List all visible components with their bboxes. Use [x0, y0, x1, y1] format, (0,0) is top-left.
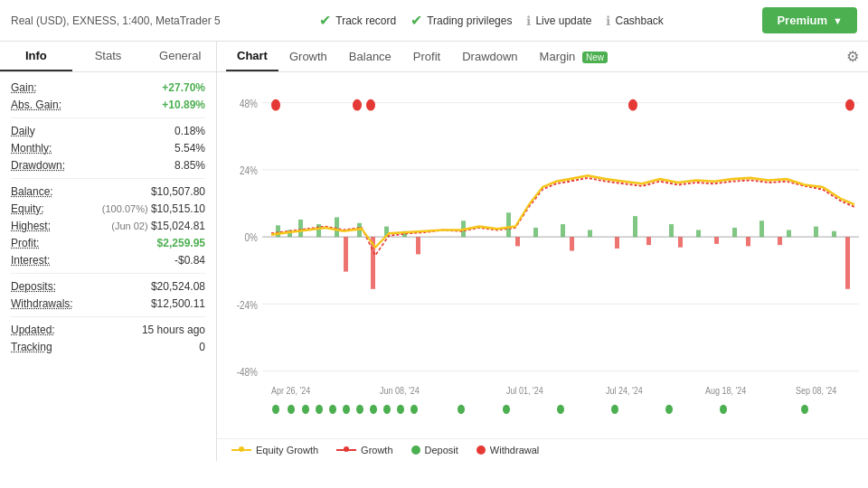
svg-rect-36	[832, 231, 836, 237]
badge-live-update-label: Live update	[535, 14, 591, 27]
tab-growth[interactable]: Growth	[278, 42, 338, 70]
tab-general[interactable]: General	[144, 42, 216, 71]
tab-margin[interactable]: Margin New	[529, 42, 618, 70]
drawdown-label: Drawdown:	[11, 159, 65, 172]
growth-line-icon	[336, 449, 356, 451]
abs-gain-label: Abs. Gain:	[11, 99, 61, 111]
stat-interest: Interest: -$0.84	[11, 254, 205, 267]
svg-point-61	[503, 405, 510, 414]
profit-label: Profit:	[11, 237, 39, 249]
settings-icon[interactable]: ⚙	[846, 48, 859, 65]
svg-point-60	[458, 405, 465, 414]
stat-deposits: Deposits: $20,524.08	[11, 280, 205, 293]
svg-rect-30	[669, 224, 674, 237]
tab-chart[interactable]: Chart	[226, 42, 278, 71]
svg-text:Sep 08, '24: Sep 08, '24	[796, 385, 836, 396]
svg-text:-48%: -48%	[237, 366, 258, 378]
svg-text:Apr 26, '24: Apr 26, '24	[271, 385, 310, 396]
svg-rect-42	[615, 237, 619, 249]
svg-text:24%: 24%	[240, 164, 258, 176]
svg-point-59	[410, 405, 418, 414]
svg-rect-34	[787, 230, 791, 237]
svg-point-52	[316, 405, 323, 414]
legend-growth: Growth	[336, 445, 392, 455]
stat-gain: Gain: +27.70%	[11, 81, 205, 94]
main-content: Info Stats General Gain: +27.70% Abs. Ga…	[0, 42, 868, 461]
tab-stats[interactable]: Stats	[72, 42, 145, 71]
svg-rect-41	[570, 237, 574, 250]
svg-rect-27	[561, 224, 565, 237]
svg-rect-33	[760, 221, 764, 237]
highest-label: Highest:	[11, 220, 51, 232]
tab-profit[interactable]: Profit	[402, 42, 451, 70]
svg-point-53	[329, 405, 336, 414]
legend-withdrawal: Withdrawal	[476, 445, 539, 455]
equity-label: Equity:	[11, 202, 44, 215]
withdrawal-label: Withdrawal	[490, 445, 539, 455]
svg-rect-35	[814, 227, 818, 238]
stat-updated: Updated: 15 hours ago	[11, 324, 205, 336]
interest-label: Interest:	[11, 254, 50, 267]
legend-deposit: Deposit	[411, 445, 458, 455]
svg-rect-39	[416, 237, 420, 254]
tab-drawdown[interactable]: Drawdown	[451, 42, 528, 70]
svg-text:48%: 48%	[240, 98, 258, 109]
equity-growth-line-icon	[231, 449, 251, 451]
drawdown-value: 8.85%	[175, 159, 205, 172]
tracking-label: Tracking	[11, 341, 52, 353]
svg-rect-19	[316, 224, 321, 237]
svg-point-71	[845, 99, 854, 111]
withdrawal-dot-icon	[476, 446, 486, 455]
check-icon: ✔	[319, 12, 331, 29]
tab-info[interactable]: Info	[0, 42, 72, 71]
svg-point-57	[383, 405, 391, 414]
svg-rect-16	[276, 225, 280, 237]
svg-point-51	[302, 405, 309, 414]
badge-cashback: ℹ Cashback	[606, 14, 663, 28]
gain-label: Gain:	[11, 81, 37, 94]
svg-point-64	[665, 405, 673, 414]
svg-point-67	[271, 99, 280, 111]
svg-rect-26	[533, 228, 538, 237]
updated-value: 15 hours ago	[142, 324, 205, 336]
profit-value: $2,259.95	[157, 237, 205, 249]
chevron-down-icon: ▼	[833, 15, 843, 26]
premium-label: Premium	[777, 14, 827, 27]
warn-icon-2: ℹ	[606, 14, 610, 28]
svg-point-49	[272, 405, 279, 414]
svg-rect-20	[335, 217, 339, 237]
badge-trading-privileges-label: Trading privileges	[427, 14, 512, 27]
svg-rect-25	[506, 212, 511, 237]
svg-point-63	[611, 405, 618, 414]
stat-daily: Daily 0.18%	[11, 125, 205, 137]
left-panel: Info Stats General Gain: +27.70% Abs. Ga…	[0, 42, 217, 461]
growth-label: Growth	[361, 445, 392, 455]
svg-rect-47	[778, 237, 782, 245]
stat-drawdown: Drawdown: 8.85%	[11, 159, 205, 172]
svg-rect-43	[646, 237, 651, 245]
stat-tracking: Tracking 0	[11, 341, 205, 353]
stat-profit: Profit: $2,259.95	[11, 237, 205, 249]
check-icon-2: ✔	[410, 12, 422, 29]
svg-text:Aug 18, '24: Aug 18, '24	[705, 385, 746, 396]
stat-withdrawals: Withdrawals: $12,500.11	[11, 297, 205, 310]
deposits-value: $20,524.08	[151, 280, 205, 293]
svg-rect-40	[515, 237, 520, 246]
svg-point-66	[801, 405, 808, 414]
svg-rect-46	[746, 237, 750, 246]
svg-text:Jul 01, '24: Jul 01, '24	[506, 385, 543, 396]
tab-balance[interactable]: Balance	[338, 42, 402, 70]
withdrawals-value: $12,500.11	[151, 297, 205, 310]
balance-value: $10,507.80	[151, 185, 205, 198]
new-badge: New	[582, 52, 608, 63]
equity-growth-label: Equity Growth	[256, 445, 318, 455]
svg-point-69	[366, 99, 375, 111]
top-bar: Real (USD), EXNESS, 1:400, MetaTrader 5 …	[0, 0, 868, 42]
right-tab-group: Chart Growth Balance Profit Drawdown Mar…	[217, 42, 868, 72]
account-info: Real (USD), EXNESS, 1:400, MetaTrader 5	[11, 14, 221, 27]
premium-button[interactable]: Premium ▼	[762, 7, 857, 33]
chart-legend: Equity Growth Growth Deposit Withdrawal	[217, 438, 868, 461]
deposit-dot-icon	[411, 446, 420, 455]
svg-text:-24%: -24%	[237, 298, 258, 310]
badge-group: ✔ Track record ✔ Trading privileges ℹ Li…	[319, 12, 664, 29]
